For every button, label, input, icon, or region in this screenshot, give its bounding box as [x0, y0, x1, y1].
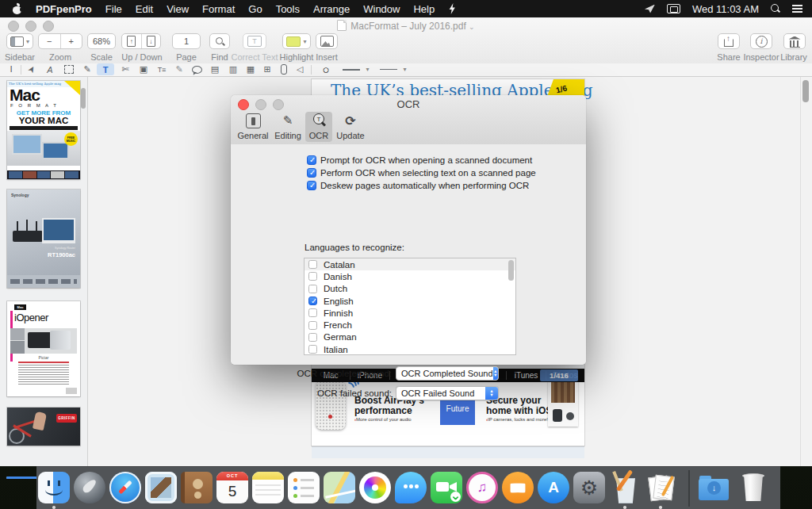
- dock-icon-maps[interactable]: [324, 472, 355, 503]
- dock-icon-app-store[interactable]: A: [538, 472, 569, 503]
- ellipse-tool[interactable]: ○: [316, 63, 335, 75]
- prompt-ocr-checkbox[interactable]: [307, 155, 316, 165]
- deskew-checkbox[interactable]: [307, 181, 316, 190]
- dock-icon-contacts[interactable]: [181, 472, 213, 503]
- share-button[interactable]: [718, 33, 740, 49]
- menu-arrange[interactable]: Arrange: [313, 3, 350, 15]
- dock-icon-trash[interactable]: [737, 472, 769, 503]
- redact-tool[interactable]: ✄: [117, 63, 133, 75]
- dock-icon-reminders[interactable]: [288, 472, 320, 503]
- form-text-field-tool[interactable]: ▥: [225, 63, 241, 75]
- select-text-tool[interactable]: Ⅰ: [3, 63, 19, 75]
- language-row-catalan[interactable]: Catalan: [304, 258, 515, 270]
- language-row-french[interactable]: French: [304, 319, 515, 331]
- tab-ocr[interactable]: OCR: [305, 112, 332, 142]
- page-thumbnail-2[interactable]: Synology Synology Router RT1900ac: [7, 189, 80, 288]
- document-proxy-icon[interactable]: [337, 20, 347, 31]
- zoom-out-button[interactable]: −: [39, 36, 60, 46]
- finnish-checkbox[interactable]: [308, 308, 317, 317]
- lightning-bolt-icon[interactable]: [448, 3, 456, 14]
- french-checkbox[interactable]: [308, 321, 317, 330]
- attachment-tool[interactable]: [276, 63, 292, 75]
- find-button[interactable]: [209, 33, 230, 49]
- menu-go[interactable]: Go: [248, 3, 262, 15]
- edit-text-tool[interactable]: A: [42, 63, 58, 75]
- menu-clock[interactable]: Wed 11:03 AM: [692, 3, 759, 15]
- dutch-checkbox[interactable]: [308, 285, 317, 293]
- scale-field[interactable]: 68%: [87, 33, 116, 49]
- menu-edit[interactable]: Edit: [136, 3, 153, 15]
- dock-icon-safari[interactable]: [109, 472, 141, 503]
- language-row-english[interactable]: English: [304, 295, 515, 307]
- menu-help[interactable]: Help: [413, 3, 435, 15]
- apple-menu-icon[interactable]: [13, 4, 22, 14]
- page-thumbnail-1[interactable]: The UK’s best-selling Apple mag Mac F O …: [7, 81, 80, 179]
- highlighter-tool[interactable]: ✎: [171, 63, 187, 75]
- languages-scrollbar-thumb[interactable]: [508, 260, 514, 281]
- dock-icon-messages[interactable]: [395, 472, 427, 503]
- highlight-button[interactable]: ▾: [282, 33, 311, 49]
- spotlight-search-icon[interactable]: [771, 4, 780, 13]
- language-row-italian[interactable]: Italian: [304, 343, 515, 355]
- note-tool[interactable]: ▤: [207, 63, 223, 75]
- insert-button[interactable]: [316, 33, 338, 49]
- tab-general[interactable]: General: [236, 112, 270, 142]
- italian-checkbox[interactable]: [308, 345, 317, 354]
- page-thumbnail-3[interactable]: Mac iOpener Pictar: [7, 301, 80, 396]
- menu-tools[interactable]: Tools: [276, 3, 300, 15]
- perform-ocr-checkbox[interactable]: [307, 168, 316, 178]
- dock-icon-system-preferences[interactable]: ⚙: [573, 472, 605, 503]
- sidebar-toggle-button[interactable]: ▾: [6, 33, 33, 49]
- language-row-german[interactable]: German: [304, 331, 515, 343]
- dock-icon-pdfpen-scan[interactable]: [645, 472, 676, 503]
- dock-icon-launchpad[interactable]: [74, 472, 105, 503]
- pencil-tool[interactable]: ✎: [79, 63, 95, 75]
- tab-editing[interactable]: ✎ Editing: [272, 112, 304, 142]
- dock-icon-calendar[interactable]: OCT 5: [216, 472, 248, 503]
- text-insert-tool[interactable]: T: [97, 63, 114, 75]
- english-checkbox[interactable]: [308, 297, 317, 305]
- page-number-field[interactable]: 1: [172, 33, 201, 49]
- danish-checkbox[interactable]: [308, 272, 317, 281]
- sound-annotation-tool[interactable]: ◁: [292, 63, 308, 75]
- dock-icon-facetime[interactable]: [431, 472, 462, 503]
- menu-file[interactable]: File: [105, 3, 122, 15]
- completed-sound-popup[interactable]: OCR Completed Sound ▲▼: [396, 366, 499, 381]
- dock-icon-itunes[interactable]: ♫: [466, 472, 498, 503]
- language-row-danish[interactable]: Danish: [304, 270, 515, 282]
- notification-center-icon[interactable]: [792, 5, 802, 13]
- correct-text-tool[interactable]: T≡: [154, 63, 170, 75]
- line-style-select[interactable]: ▾: [341, 63, 371, 75]
- menu-window[interactable]: Window: [363, 3, 400, 15]
- dock-icon-ibooks[interactable]: [502, 472, 534, 503]
- scrollbar-thumb[interactable]: [802, 80, 809, 102]
- failed-sound-popup[interactable]: OCR Failed Sound ▲▼: [396, 386, 499, 400]
- page-up-button[interactable]: ↑: [122, 36, 141, 47]
- select-rectangle-tool[interactable]: [61, 63, 77, 75]
- form-checkbox-tool[interactable]: ▦: [243, 63, 259, 75]
- paper-plane-menu-icon[interactable]: [645, 5, 655, 13]
- stamp-tool[interactable]: ▣: [136, 63, 151, 75]
- dock-icon-mail[interactable]: [145, 472, 177, 503]
- language-row-dutch[interactable]: Dutch: [304, 283, 515, 295]
- dock-icon-notes[interactable]: [252, 472, 284, 503]
- dock-icon-downloads[interactable]: ↓: [698, 472, 730, 503]
- form-button-tool[interactable]: ⊞: [259, 63, 275, 75]
- page-thumbnail-4[interactable]: GRIFFIN: [7, 408, 80, 446]
- dock-icon-pdfpen[interactable]: [609, 472, 641, 503]
- catalan-checkbox[interactable]: [308, 260, 317, 269]
- arrow-style-select[interactable]: ▾: [378, 63, 408, 75]
- menu-view[interactable]: View: [167, 3, 189, 15]
- page-down-button[interactable]: ↓: [142, 36, 161, 47]
- zoom-in-button[interactable]: +: [61, 36, 82, 46]
- inspector-button[interactable]: i: [750, 33, 772, 49]
- menu-app-name[interactable]: PDFpenPro: [36, 3, 92, 15]
- german-checkbox[interactable]: [308, 333, 317, 342]
- library-button[interactable]: [783, 33, 806, 49]
- comment-tool[interactable]: [189, 63, 205, 75]
- language-row-finnish[interactable]: Finnish: [304, 307, 515, 319]
- dock-icon-finder[interactable]: [38, 472, 70, 503]
- sidebar-scrollbar[interactable]: [81, 88, 86, 109]
- menu-format[interactable]: Format: [202, 3, 235, 15]
- tab-update[interactable]: ⟳ Update: [334, 112, 367, 142]
